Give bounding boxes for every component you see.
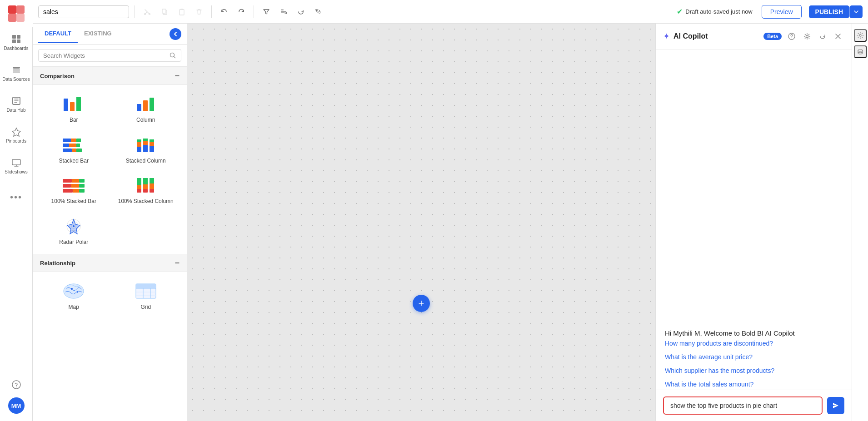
sidebar-item-slideshows[interactable]: Slideshows — [0, 151, 33, 182]
copilot-welcome-text: Hi Mythili M, Welcome to Bold BI AI Copi… — [665, 329, 843, 337]
preview-button[interactable]: Preview — [762, 5, 802, 19]
relationship-collapse-button[interactable]: − — [175, 258, 180, 268]
delete-icon — [195, 8, 203, 15]
svg-point-80 — [77, 292, 78, 293]
widget-item-stacked-column[interactable]: Stacked Column — [110, 129, 182, 169]
svg-point-14 — [12, 381, 20, 389]
filter-button[interactable] — [259, 5, 273, 19]
copy-button[interactable] — [158, 5, 171, 19]
sidebar-item-data-sources[interactable]: Data Sources — [0, 58, 33, 89]
widget-map-label: Map — [69, 304, 79, 311]
svg-rect-59 — [63, 184, 71, 188]
copilot-suggestion-2[interactable]: What is the average unit price? — [665, 353, 843, 362]
properties-button[interactable] — [277, 5, 290, 19]
search-input[interactable] — [43, 52, 166, 59]
widget-item-column[interactable]: Column — [110, 89, 182, 129]
copilot-suggestion-3[interactable]: Which supplier has the most products? — [665, 367, 843, 376]
svg-point-77 — [73, 225, 75, 227]
auto-saved-indicator: ✔ Draft auto-saved just now — [677, 7, 752, 16]
sidebar-item-pinboards-label: Pinboards — [6, 139, 26, 144]
copilot-header-actions — [785, 30, 844, 43]
100-stacked-bar-icon — [62, 176, 85, 194]
translate-button[interactable] — [311, 5, 325, 19]
nav-sidebar: Dashboards Data Sources Data Hub Pinboar… — [0, 0, 33, 421]
comparison-label: Comparison — [40, 73, 75, 79]
add-widget-button[interactable]: + — [413, 295, 430, 312]
check-icon: ✔ — [677, 7, 683, 16]
canvas-area: + — [187, 24, 655, 421]
copilot-suggestion-4[interactable]: What is the total sales amount? — [665, 381, 843, 390]
copilot-suggestions-list: How many products are discontinued? What… — [665, 340, 843, 390]
svg-rect-4 — [12, 35, 16, 39]
widget-item-100-stacked-bar[interactable]: 100% Stacked Bar — [38, 170, 110, 210]
right-sidebar-settings-button[interactable] — [854, 29, 867, 42]
relationship-section-header: Relationship − — [33, 254, 187, 272]
widget-item-map[interactable]: Map — [38, 276, 110, 316]
tab-default[interactable]: DEFAULT — [38, 25, 78, 43]
undo-button[interactable] — [217, 5, 231, 19]
copilot-help-button[interactable] — [785, 30, 798, 43]
svg-rect-52 — [143, 139, 148, 141]
copilot-refresh-button[interactable] — [816, 30, 829, 43]
comparison-collapse-button[interactable]: − — [175, 71, 180, 81]
right-sidebar-database-button[interactable] — [854, 45, 867, 58]
copilot-gear-icon — [803, 33, 811, 40]
delete-button[interactable] — [192, 5, 206, 19]
svg-rect-8 — [13, 67, 20, 69]
copilot-suggestion-1[interactable]: How many products are discontinued? — [665, 340, 843, 349]
refresh-button[interactable] — [294, 5, 308, 19]
sidebar-item-pinboards[interactable]: Pinboards — [0, 120, 33, 151]
svg-marker-12 — [12, 128, 20, 136]
publish-button[interactable]: PUBLISH — [809, 5, 849, 18]
redo-button[interactable] — [234, 5, 248, 19]
copilot-send-button[interactable] — [827, 397, 844, 414]
svg-rect-63 — [73, 189, 79, 193]
relationship-widget-grid: Map Grid — [33, 272, 187, 319]
copilot-refresh-icon — [819, 33, 826, 40]
dashboard-name-input[interactable] — [38, 5, 129, 18]
sidebar-item-help[interactable] — [0, 376, 33, 394]
widget-item-100-stacked-column[interactable]: 100% Stacked Column — [110, 170, 182, 210]
svg-rect-13 — [12, 159, 20, 165]
copilot-input-area — [656, 390, 852, 421]
svg-point-79 — [71, 288, 73, 290]
settings-icon — [857, 32, 864, 39]
toolbar-divider-2 — [211, 5, 212, 18]
slideshow-icon — [11, 158, 21, 168]
comparison-section-header: Comparison − — [33, 67, 187, 85]
panel-collapse-button[interactable] — [170, 28, 181, 40]
svg-rect-51 — [143, 141, 148, 145]
svg-rect-47 — [137, 147, 141, 152]
svg-rect-9 — [13, 69, 20, 71]
svg-rect-7 — [17, 40, 20, 43]
widget-item-radar-polar[interactable]: Radar Polar — [38, 211, 110, 251]
app-logo[interactable] — [0, 0, 33, 27]
paste-button[interactable] — [175, 5, 189, 19]
svg-rect-30 — [70, 106, 75, 111]
copilot-close-button[interactable] — [832, 30, 844, 43]
user-avatar[interactable]: MM — [8, 397, 25, 414]
sidebar-item-dashboards[interactable]: Dashboards — [0, 27, 33, 58]
copilot-text-input[interactable] — [663, 396, 823, 415]
sidebar-item-data-hub[interactable]: Data Hub — [0, 89, 33, 120]
widget-item-grid[interactable]: Grid — [110, 276, 182, 316]
toolbar: ✔ Draft auto-saved just now Preview PUBL… — [33, 0, 868, 24]
right-sidebar — [852, 24, 868, 421]
svg-rect-19 — [162, 9, 166, 13]
copilot-settings-button[interactable] — [801, 30, 813, 43]
properties-icon — [280, 8, 287, 15]
publish-dropdown-button[interactable] — [849, 5, 863, 18]
cut-button[interactable] — [140, 5, 154, 19]
svg-rect-66 — [137, 185, 141, 189]
widget-item-stacked-bar[interactable]: Stacked Bar — [38, 129, 110, 169]
100-stacked-column-icon — [134, 176, 158, 194]
svg-rect-68 — [143, 189, 148, 193]
filter-icon — [263, 8, 270, 15]
search-input-wrap[interactable] — [38, 49, 181, 62]
tab-existing[interactable]: EXISTING — [78, 25, 118, 43]
svg-rect-37 — [150, 103, 154, 111]
sidebar-item-more[interactable]: ••• — [0, 182, 33, 213]
widget-item-bar[interactable]: Bar — [38, 89, 110, 129]
svg-rect-70 — [143, 178, 148, 184]
svg-point-89 — [791, 38, 792, 38]
